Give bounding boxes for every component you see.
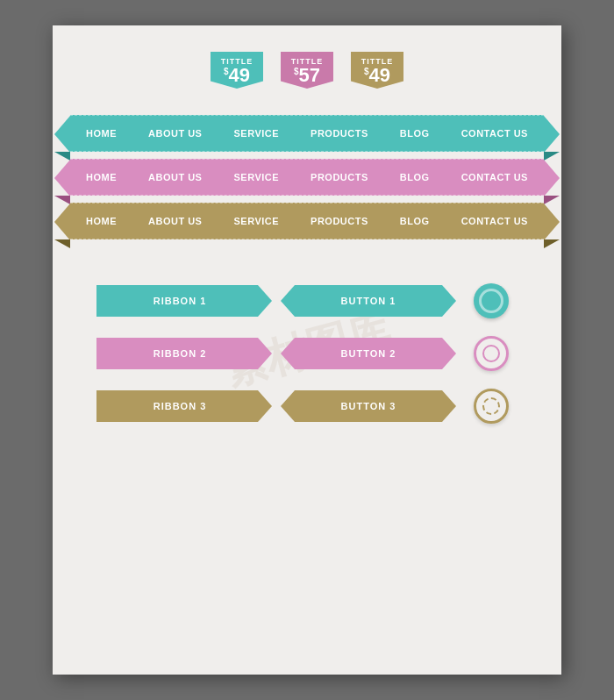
nav-pink-service[interactable]: SERVICE: [233, 172, 279, 182]
button-1[interactable]: BUTTON 1: [281, 285, 456, 317]
button-2-label: BUTTON 2: [341, 348, 396, 359]
nav-gold-home[interactable]: HOME: [86, 216, 117, 226]
nav-pink: HOME ABOUT US SERVICE PRODUCTS BLOG CONT…: [70, 159, 544, 196]
nav-gold-wrapper: HOME ABOUT US SERVICE PRODUCTS BLOG CONT…: [70, 203, 544, 239]
button-2[interactable]: BUTTON 2: [281, 338, 456, 369]
price-tag-body-1: TITTLE $49: [211, 52, 263, 89]
ribbon-1-label: RIBBON 1: [154, 296, 207, 306]
button-3-label: BUTTON 3: [341, 401, 396, 411]
nav-gold: HOME ABOUT US SERVICE PRODUCTS BLOG CONT…: [70, 203, 544, 239]
button-3[interactable]: BUTTON 3: [281, 390, 456, 422]
ribbon-1[interactable]: RIBBON 1: [96, 285, 272, 317]
circle-pink-inner: [482, 345, 500, 362]
nav-teal: HOME ABOUT US SERVICE PRODUCTS BLOG CONT…: [70, 115, 544, 152]
nav-teal-about[interactable]: ABOUT US: [148, 128, 202, 139]
nav-teal-service[interactable]: SERVICE: [233, 128, 279, 139]
price-tag-2: TITTLE $57: [276, 52, 338, 89]
nav-pink-about[interactable]: ABOUT US: [148, 172, 202, 182]
price-tag-body-2: TITTLE $57: [281, 52, 333, 89]
ribbon-3[interactable]: RIBBON 3: [96, 390, 272, 422]
elements-section: RIBBON 1 BUTTON 1 RIBBON 2 BUTTON 2 RIBB…: [53, 283, 561, 424]
nav-gold-about[interactable]: ABOUT US: [148, 216, 202, 226]
price-tag-1: TITTLE $49: [206, 52, 268, 89]
button-1-label: BUTTON 1: [341, 296, 396, 306]
nav-teal-contact[interactable]: CONTACT US: [461, 128, 528, 139]
nav-teal-home[interactable]: HOME: [86, 128, 117, 139]
price-tag-3: TITTLE $49: [346, 52, 408, 89]
nav-pink-blog[interactable]: BLOG: [400, 172, 430, 182]
nav-gold-blog[interactable]: BLOG: [400, 216, 430, 226]
circle-teal-inner: [479, 289, 503, 313]
nav-gold-contact[interactable]: CONTACT US: [461, 216, 528, 226]
price-tag-price-3: $49: [354, 66, 400, 85]
price-tag-price-1: $49: [214, 66, 260, 85]
nav-pink-wrapper: HOME ABOUT US SERVICE PRODUCTS BLOG CONT…: [70, 159, 544, 196]
nav-pink-bar: HOME ABOUT US SERVICE PRODUCTS BLOG CONT…: [70, 159, 544, 196]
nav-gold-service[interactable]: SERVICE: [233, 216, 279, 226]
nav-pink-home[interactable]: HOME: [86, 172, 117, 182]
price-tag-price-2: $57: [284, 66, 330, 85]
nav-gold-bar: HOME ABOUT US SERVICE PRODUCTS BLOG CONT…: [70, 203, 544, 239]
ribbon-3-label: RIBBON 3: [154, 401, 207, 411]
ribbon-2[interactable]: RIBBON 2: [96, 338, 272, 369]
nav-gold-fold-left: [54, 239, 70, 248]
circle-indicator-2[interactable]: [474, 336, 509, 371]
ribbon-2-label: RIBBON 2: [154, 348, 207, 359]
price-tags-section: TITTLE $49 TITTLE $57 TITTLE $49: [53, 52, 561, 89]
nav-teal-products[interactable]: PRODUCTS: [311, 128, 368, 139]
price-tag-body-3: TITTLE $49: [351, 52, 403, 89]
circle-indicator-1[interactable]: [474, 283, 509, 318]
nav-gold-fold-right: [544, 239, 560, 248]
nav-pink-contact[interactable]: CONTACT US: [461, 172, 528, 182]
circle-gold-inner: [482, 397, 500, 415]
nav-gold-products[interactable]: PRODUCTS: [311, 216, 368, 226]
circle-indicator-3[interactable]: [474, 389, 509, 424]
nav-teal-bar: HOME ABOUT US SERVICE PRODUCTS BLOG CONT…: [70, 115, 544, 152]
nav-teal-wrapper: HOME ABOUT US SERVICE PRODUCTS BLOG CONT…: [70, 115, 544, 152]
nav-pink-products[interactable]: PRODUCTS: [311, 172, 368, 182]
page-container: 素材图库 TITTLE $49 TITTLE $57 TITTLE $49 HO…: [53, 25, 561, 675]
nav-teal-blog[interactable]: BLOG: [400, 128, 430, 139]
